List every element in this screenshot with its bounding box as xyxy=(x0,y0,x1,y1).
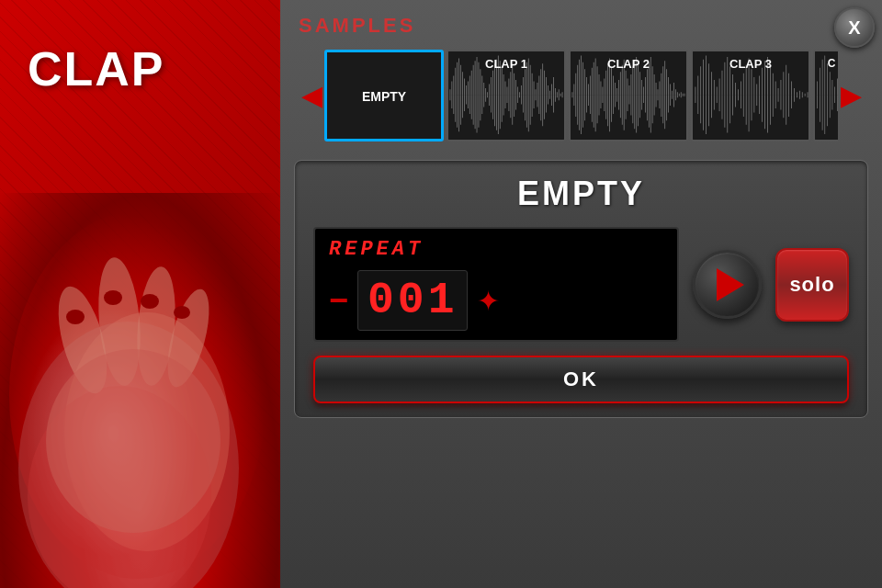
sample-item-clap2[interactable]: CLAP 2 xyxy=(569,50,688,141)
close-icon: X xyxy=(848,18,860,37)
sample-item-clap1[interactable]: CLAP 1 xyxy=(447,50,566,141)
sample-item-c[interactable]: C xyxy=(813,50,838,141)
sample-name-clap3: CLAP 3 xyxy=(693,51,808,74)
counter-display: 001 xyxy=(357,270,468,331)
sample-name-clap1: CLAP 1 xyxy=(448,51,564,74)
sample-name-c: C xyxy=(815,51,838,74)
svg-point-11 xyxy=(174,306,190,319)
ok-button[interactable]: OK xyxy=(313,356,849,403)
solo-button[interactable]: solo xyxy=(775,248,849,322)
lcd-section: REPEAT − 001 ✦ xyxy=(313,227,679,342)
controls-row: REPEAT − 001 ✦ solo xyxy=(313,227,849,342)
arrow-left-button[interactable]: ◀ xyxy=(299,54,324,137)
detail-title: EMPTY xyxy=(313,175,849,213)
samples-section: SAMPLES ◀ EMPTY CLAP 1 xyxy=(280,0,882,153)
arrow-right-icon: ▶ xyxy=(841,79,862,111)
close-button[interactable]: X xyxy=(834,7,875,48)
counter-row: − 001 ✦ xyxy=(329,270,663,331)
sample-item-clap3[interactable]: CLAP 3 xyxy=(691,50,810,141)
hand-illustration xyxy=(0,175,280,588)
main-panel: X SAMPLES ◀ EMPTY CLAP 1 xyxy=(280,0,882,588)
play-icon xyxy=(717,268,744,301)
samples-label: SAMPLES xyxy=(299,14,864,38)
arrow-left-icon: ◀ xyxy=(301,79,322,111)
detail-panel: EMPTY REPEAT − 001 ✦ solo OK xyxy=(294,160,868,418)
solo-label: solo xyxy=(789,273,834,297)
arrow-right-button[interactable]: ▶ xyxy=(838,54,864,137)
svg-point-10 xyxy=(141,294,159,309)
sample-item-empty[interactable]: EMPTY xyxy=(324,50,444,141)
svg-point-7 xyxy=(46,349,220,533)
samples-row: ◀ EMPTY CLAP 1 xyxy=(299,47,864,143)
sample-name-empty: EMPTY xyxy=(327,84,441,107)
decrement-button[interactable]: − xyxy=(329,284,348,317)
repeat-label: REPEAT xyxy=(329,238,663,261)
svg-point-8 xyxy=(66,310,85,324)
sample-name-clap2: CLAP 2 xyxy=(571,51,686,74)
increment-button[interactable]: ✦ xyxy=(477,285,500,317)
left-panel: CLAP xyxy=(0,0,280,588)
play-button[interactable] xyxy=(693,250,762,319)
page-title: CLAP xyxy=(28,41,165,96)
samples-container: EMPTY CLAP 1 xyxy=(324,50,838,141)
svg-point-9 xyxy=(104,290,122,305)
